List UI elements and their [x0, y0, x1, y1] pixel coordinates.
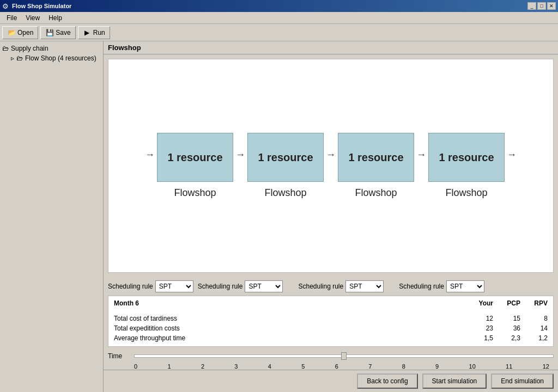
flow-box-2: 1 resource — [338, 133, 414, 182]
sidebar: 🗁 Supply chain ▹ 🗁 Flow Shop (4 resource… — [0, 41, 104, 392]
timeline-thumb[interactable] — [341, 352, 347, 360]
sched-label-1: Scheduling rule — [198, 283, 243, 290]
flow-box-1: 1 resource — [247, 133, 324, 182]
stats-row-0-pcp: 15 — [493, 315, 520, 322]
stats-col-rpv: RPV — [520, 299, 548, 307]
sched-group-1: Scheduling rule SPT EDD FIFO — [198, 280, 283, 292]
flow-box-0: 1 resource — [157, 133, 233, 182]
tick-7: 7 — [368, 363, 372, 370]
tick-3: 3 — [234, 363, 238, 370]
open-icon: 📂 — [7, 28, 16, 37]
scheduling-row: Scheduling rule SPT EDD FIFO Scheduling … — [104, 277, 558, 296]
section-title: Flowshop — [104, 41, 558, 54]
window-controls: _ □ ✕ — [527, 2, 556, 10]
content-area: Flowshop → 1 resource Flowshop → 1 resou… — [104, 41, 558, 392]
timeline-numbers: 0 1 2 3 4 5 6 7 8 9 10 11 12 — [134, 363, 549, 370]
timeline-track[interactable] — [134, 351, 554, 361]
flow-resource-label-3: 1 resource — [439, 151, 494, 164]
stats-col-your: Your — [466, 299, 493, 307]
flowshop-diagram: → 1 resource Flowshop → 1 resource Flows… — [132, 122, 530, 210]
timeline-label: Time — [108, 352, 130, 360]
sched-select-3[interactable]: SPT EDD FIFO — [446, 280, 484, 292]
bottom-bar: Back to config Start simulation End simu… — [104, 370, 558, 392]
stats-row-0: Total cost of tardiness 12 15 8 — [114, 314, 548, 323]
arrow-in-0: → — [145, 149, 155, 182]
stats-row-0-rpv: 8 — [520, 315, 548, 322]
back-to-config-button[interactable]: Back to config — [357, 373, 417, 389]
sched-label-2: Scheduling rule — [298, 283, 343, 290]
flow-node-label-1: Flowshop — [264, 187, 306, 199]
menu-file[interactable]: File — [2, 13, 21, 23]
arrow-out: → — [507, 149, 517, 182]
stats-row-1-your: 23 — [466, 324, 493, 332]
flow-resource-label-1: 1 resource — [258, 151, 313, 164]
flow-resource-label-0: 1 resource — [167, 151, 222, 164]
stats-row-2: Average throughput time 1,5 2,3 1,2 — [114, 333, 548, 343]
save-button[interactable]: 💾 Save — [40, 26, 75, 39]
tick-0: 0 — [134, 363, 137, 370]
sched-group-0: Scheduling rule SPT EDD FIFO — [108, 280, 193, 292]
sched-group-2: Scheduling rule SPT EDD FIFO — [298, 280, 384, 292]
tick-2: 2 — [201, 363, 204, 370]
timeline-row: Time — [108, 351, 554, 361]
close-button[interactable]: ✕ — [547, 2, 556, 10]
stats-row-0-label: Total cost of tardiness — [114, 315, 466, 322]
save-icon: 💾 — [45, 28, 54, 37]
open-label: Open — [17, 29, 33, 36]
main-layout: 🗁 Supply chain ▹ 🗁 Flow Shop (4 resource… — [0, 41, 558, 392]
tick-11: 11 — [506, 363, 512, 370]
folder-icon-2: 🗁 — [16, 54, 23, 62]
sidebar-item-flow-shop[interactable]: ▹ 🗁 Flow Shop (4 resources) — [2, 53, 101, 63]
menu-help[interactable]: Help — [44, 13, 66, 23]
open-button[interactable]: 📂 Open — [2, 26, 38, 39]
diagram-area: → 1 resource Flowshop → 1 resource Flows… — [108, 59, 554, 273]
minimize-button[interactable]: _ — [527, 2, 536, 10]
stats-col-pcp: PCP — [493, 299, 520, 307]
run-label: Run — [93, 29, 105, 36]
menu-view[interactable]: View — [21, 13, 44, 23]
arrow-2: → — [326, 149, 336, 182]
sidebar-item-supply-chain[interactable]: 🗁 Supply chain — [2, 44, 101, 53]
flow-node-label-0: Flowshop — [174, 187, 216, 199]
flow-node-3: 1 resource Flowshop — [428, 133, 505, 199]
stats-row-1-pcp: 36 — [493, 324, 520, 332]
tick-6: 6 — [335, 363, 338, 370]
stats-row-2-rpv: 1,2 — [520, 334, 548, 342]
arrow-1: → — [235, 149, 245, 182]
end-simulation-button[interactable]: End simulation — [491, 373, 554, 389]
flow-node-0: 1 resource Flowshop — [157, 133, 233, 199]
run-icon: ▶ — [83, 28, 92, 37]
maximize-button[interactable]: □ — [537, 2, 546, 10]
stats-row-2-your: 1,5 — [466, 334, 493, 342]
start-simulation-button[interactable]: Start simulation — [422, 373, 487, 389]
sched-label-0: Scheduling rule — [108, 283, 153, 290]
stats-row-1-label: Total expeditition costs — [114, 324, 466, 332]
sched-select-2[interactable]: SPT EDD FIFO — [345, 280, 384, 292]
tick-12: 12 — [543, 363, 549, 370]
stats-row-0-your: 12 — [466, 315, 493, 322]
arrow-3: → — [416, 149, 426, 182]
tick-4: 4 — [268, 363, 271, 370]
stats-month-label: Month 6 — [114, 299, 466, 307]
run-button[interactable]: ▶ Run — [78, 26, 110, 39]
stats-row-1-rpv: 14 — [520, 324, 548, 332]
stats-row-1: Total expeditition costs 23 36 14 — [114, 323, 548, 333]
tick-10: 10 — [469, 363, 476, 370]
flow-node-label-2: Flowshop — [355, 187, 397, 199]
expand-icon: ▹ — [11, 54, 14, 62]
menu-bar: File View Help — [0, 12, 558, 24]
sched-select-1[interactable]: SPT EDD FIFO — [245, 280, 283, 292]
timeline-area: Time 0 1 2 3 4 5 6 7 8 9 10 — [104, 349, 558, 370]
tick-1: 1 — [167, 363, 171, 370]
stats-area: Month 6 Your PCP RPV Total cost of tardi… — [108, 296, 554, 347]
flow-node-label-3: Flowshop — [445, 187, 487, 199]
tick-5: 5 — [301, 363, 305, 370]
stats-row-2-pcp: 2,3 — [493, 334, 520, 342]
sidebar-supply-chain-label: Supply chain — [11, 45, 48, 52]
sidebar-flow-shop-label: Flow Shop (4 resources) — [25, 54, 96, 62]
stats-header-row: Month 6 Your PCP RPV — [114, 299, 548, 307]
folder-icon: 🗁 — [2, 45, 9, 52]
sched-select-0[interactable]: SPT EDD FIFO — [155, 280, 193, 292]
title-bar: ⚙ Flow Shop Simulator _ □ ✕ — [0, 0, 558, 12]
flow-box-3: 1 resource — [428, 133, 505, 182]
